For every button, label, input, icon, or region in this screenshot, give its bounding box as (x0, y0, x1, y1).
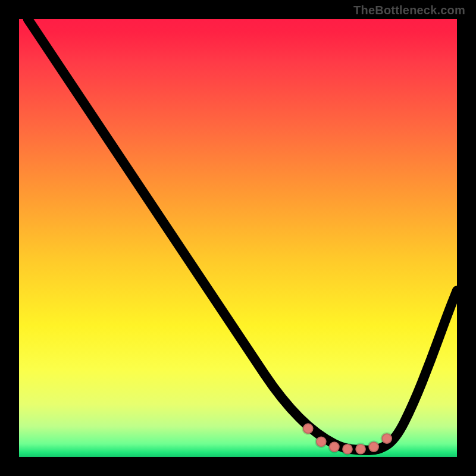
highlight-dot (381, 433, 392, 444)
curve-svg (19, 19, 457, 457)
highlight-dot (303, 423, 314, 434)
highlight-dot (368, 441, 379, 452)
highlight-dot (316, 436, 327, 447)
bottleneck-curve-path (28, 19, 457, 450)
highlight-dot (342, 444, 353, 455)
plot-area (19, 19, 457, 457)
watermark-text: TheBottleneck.com (353, 4, 465, 17)
highlight-dot (329, 441, 340, 452)
chart-frame: TheBottleneck.com (0, 0, 476, 476)
highlight-dot (355, 444, 366, 455)
